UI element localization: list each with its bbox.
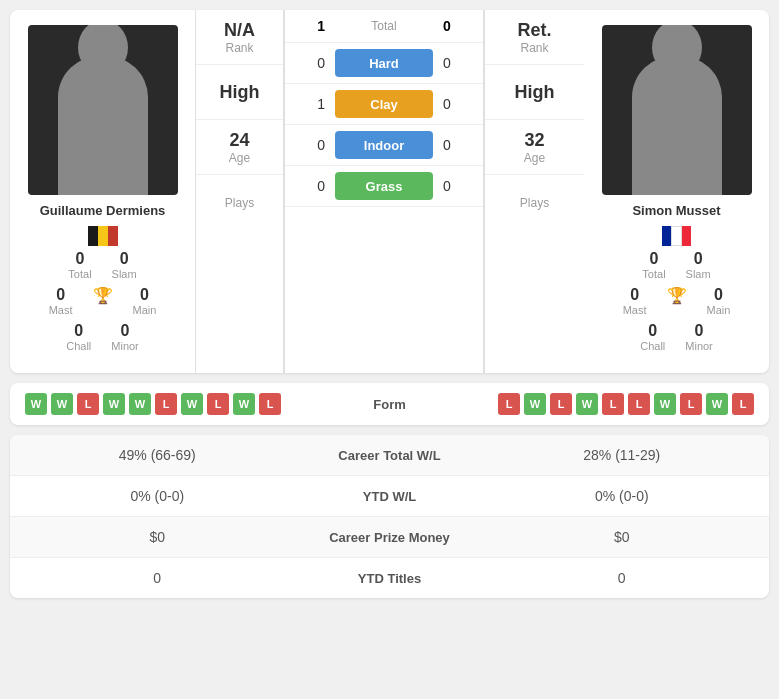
clay-badge: Clay: [335, 90, 433, 118]
right-chall-stat: 0 Chall: [640, 322, 665, 352]
form-section: WWLWWLWLWL Form LWLWLLWLWL: [10, 383, 769, 425]
left-player-stats: 0 Total 0 Slam 0 Mast 🏆: [20, 250, 185, 358]
right-plays-stat: Plays: [485, 175, 584, 230]
right-main-stat: 0 Main: [707, 286, 731, 316]
total-row: 1 Total 0: [285, 10, 483, 43]
right-player-card: Simon Musset 0 Total 0 Slam: [584, 10, 769, 373]
age-stat: 24 Age: [196, 120, 283, 175]
left-player-avatar: [28, 25, 178, 195]
right-stat-row-3: 0 Chall 0 Minor: [594, 322, 759, 352]
right-player-silhouette: [632, 55, 722, 195]
right-form-badge-l: L: [732, 393, 754, 415]
right-stat-row-1: 0 Total 0 Slam: [594, 250, 759, 280]
left-player-card: Guillaume Dermiens 0 Total 0 Slam: [10, 10, 195, 373]
left-form-badge-l: L: [259, 393, 281, 415]
right-player-avatar: [602, 25, 752, 195]
left-stat-row-1: 0 Total 0 Slam: [20, 250, 185, 280]
middle-stats: N/A Rank High 24 Age Plays: [195, 10, 284, 373]
right-form-badge-l: L: [602, 393, 624, 415]
left-form-badge-l: L: [77, 393, 99, 415]
high-stat: High: [196, 65, 283, 120]
plays-stat: Plays: [196, 175, 283, 230]
left-chall-stat: 0 Chall: [66, 322, 91, 352]
left-minor-stat: 0 Minor: [111, 322, 139, 352]
right-player-name: Simon Musset: [632, 203, 720, 218]
left-player-flag: [88, 226, 118, 246]
career-stat-label-2: Career Prize Money: [290, 530, 490, 545]
career-stat-right-1: 0% (0-0): [490, 488, 755, 504]
left-player-name: Guillaume Dermiens: [40, 203, 166, 218]
career-stats-section: 49% (66-69) Career Total W/L 28% (11-29)…: [10, 435, 769, 598]
right-minor-stat: 0 Minor: [685, 322, 713, 352]
right-form-badge-l: L: [628, 393, 650, 415]
belgium-flag: [88, 226, 118, 246]
grass-court-row: 0 Grass 0: [285, 166, 483, 207]
left-stat-row-2: 0 Mast 🏆 0 Main: [20, 286, 185, 316]
left-slam-stat: 0 Slam: [112, 250, 137, 280]
left-form-badge-w: W: [181, 393, 203, 415]
right-middle-stats: Ret. Rank High 32 Age Plays: [484, 10, 584, 373]
player-comparison: Guillaume Dermiens 0 Total 0 Slam: [10, 10, 769, 373]
left-form-badge-w: W: [233, 393, 255, 415]
france-flag: [662, 226, 692, 246]
career-stat-row-0: 49% (66-69) Career Total W/L 28% (11-29): [10, 435, 769, 476]
right-form-badge-l: L: [680, 393, 702, 415]
right-form-badge-l: L: [550, 393, 572, 415]
left-form-badge-l: L: [207, 393, 229, 415]
career-stat-row-1: 0% (0-0) YTD W/L 0% (0-0): [10, 476, 769, 517]
left-form-badge-l: L: [155, 393, 177, 415]
right-player-flag: [662, 226, 692, 246]
right-rank-stat: Ret. Rank: [485, 10, 584, 65]
left-player-silhouette: [58, 55, 148, 195]
right-stat-row-2: 0 Mast 🏆 0 Main: [594, 286, 759, 316]
career-stat-left-0: 49% (66-69): [25, 447, 290, 463]
career-stat-left-3: 0: [25, 570, 290, 586]
form-row: WWLWWLWLWL Form LWLWLLWLWL: [10, 383, 769, 425]
right-slam-stat: 0 Slam: [686, 250, 711, 280]
left-form-badge-w: W: [51, 393, 73, 415]
right-form-badges: LWLWLLWLWL: [470, 393, 755, 415]
left-stat-row-3: 0 Chall 0 Minor: [20, 322, 185, 352]
main-container: Guillaume Dermiens 0 Total 0 Slam: [0, 0, 779, 618]
right-form-badge-l: L: [498, 393, 520, 415]
right-form-badge-w: W: [706, 393, 728, 415]
left-form-badge-w: W: [129, 393, 151, 415]
right-form-badge-w: W: [576, 393, 598, 415]
career-stat-left-1: 0% (0-0): [25, 488, 290, 504]
right-player-stats: 0 Total 0 Slam 0 Mast 🏆: [594, 250, 759, 358]
left-total-stat: 0 Total: [68, 250, 91, 280]
career-stat-label-3: YTD Titles: [290, 571, 490, 586]
career-stat-right-3: 0: [490, 570, 755, 586]
indoor-court-row: 0 Indoor 0: [285, 125, 483, 166]
rank-stat: N/A Rank: [196, 10, 283, 65]
right-high-stat: High: [485, 65, 584, 120]
career-stat-row-2: $0 Career Prize Money $0: [10, 517, 769, 558]
form-label: Form: [310, 397, 470, 412]
right-age-stat: 32 Age: [485, 120, 584, 175]
right-trophy-icon: 🏆: [667, 286, 687, 316]
court-scores: 1 Total 0 0 Hard 0 1 Clay 0 0: [284, 10, 484, 373]
career-stat-left-2: $0: [25, 529, 290, 545]
career-stat-right-0: 28% (11-29): [490, 447, 755, 463]
hard-court-row: 0 Hard 0: [285, 43, 483, 84]
left-form-badge-w: W: [25, 393, 47, 415]
left-mast-stat: 0 Mast: [49, 286, 73, 316]
clay-court-row: 1 Clay 0: [285, 84, 483, 125]
left-form-badge-w: W: [103, 393, 125, 415]
career-stat-label-0: Career Total W/L: [290, 448, 490, 463]
left-trophy-icon: 🏆: [93, 286, 113, 316]
career-stat-label-1: YTD W/L: [290, 489, 490, 504]
left-form-badges: WWLWWLWLWL: [25, 393, 310, 415]
left-main-stat: 0 Main: [133, 286, 157, 316]
career-stat-row-3: 0 YTD Titles 0: [10, 558, 769, 598]
career-stat-right-2: $0: [490, 529, 755, 545]
indoor-badge: Indoor: [335, 131, 433, 159]
right-total-stat: 0 Total: [642, 250, 665, 280]
right-form-badge-w: W: [524, 393, 546, 415]
right-form-badge-w: W: [654, 393, 676, 415]
grass-badge: Grass: [335, 172, 433, 200]
hard-badge: Hard: [335, 49, 433, 77]
right-mast-stat: 0 Mast: [623, 286, 647, 316]
